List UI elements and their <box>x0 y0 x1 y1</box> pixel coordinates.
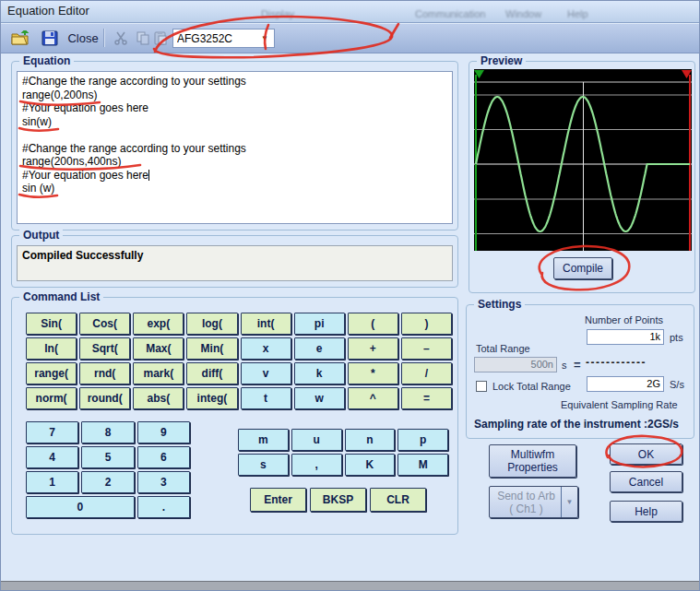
unit-key-m[interactable]: m <box>238 429 289 451</box>
cmd-key-range([interactable]: range( <box>26 362 77 384</box>
cmd-key-sqrt([interactable]: Sqrt( <box>79 337 130 360</box>
unit-key-s[interactable]: s <box>238 454 289 476</box>
cmd-key-x[interactable]: x <box>241 337 291 360</box>
equation-caption: Equation <box>19 54 74 67</box>
keypad-9[interactable]: 9 <box>137 421 190 443</box>
keypad-8[interactable]: 8 <box>81 421 134 443</box>
window-title: Equation Editor <box>7 4 89 18</box>
unit-key-n[interactable]: n <box>345 429 396 451</box>
keypad-5[interactable]: 5 <box>81 446 134 468</box>
send-to-arb-button[interactable]: Send to Arb ( Ch1 ) ▼ <box>489 486 578 518</box>
edit-key-enter[interactable]: Enter <box>250 488 306 512</box>
cmd-key-pi[interactable]: pi <box>294 313 345 335</box>
cmd-key-log([interactable]: log( <box>186 313 237 335</box>
keypad-dot[interactable]: . <box>137 496 190 518</box>
cmd-key-t[interactable]: t <box>241 387 291 409</box>
open-folder-icon <box>11 30 30 46</box>
function-key-grid: Sin(Cos(exp(log(int(pi()ln(Sqrt(Max(Min(… <box>26 313 452 409</box>
save-button[interactable] <box>39 28 61 48</box>
numeric-keypad: 7894561230. <box>26 421 190 518</box>
keypad-7[interactable]: 7 <box>26 421 78 443</box>
cmd-key-+[interactable]: + <box>348 337 398 360</box>
cmd-key-^[interactable]: ^ <box>348 387 398 409</box>
edit-key-bksp[interactable]: BKSP <box>310 488 366 512</box>
unit-key-K[interactable]: K <box>345 454 396 476</box>
cmd-key-diff([interactable]: diff( <box>186 362 237 384</box>
cmd-key-mark([interactable]: mark( <box>133 362 184 384</box>
sampling-rate-field[interactable]: 2G <box>587 376 664 392</box>
unit-key-M[interactable]: M <box>397 454 448 476</box>
cmd-key-round([interactable]: round( <box>79 387 130 409</box>
number-of-points-field[interactable]: 1k <box>587 329 664 345</box>
ok-button-label: OK <box>638 448 654 461</box>
cmd-key-sin([interactable]: Sin( <box>26 313 77 335</box>
sps-unit-label: S/s <box>670 379 684 390</box>
cmd-key-exp([interactable]: exp( <box>133 313 184 335</box>
cmd-key-rnd([interactable]: rnd( <box>79 362 130 384</box>
equation-line: sin(w) <box>22 115 447 129</box>
equation-line: #Your equation goes here <box>22 101 447 115</box>
keypad-1[interactable]: 1 <box>26 471 78 493</box>
scissors-icon <box>113 30 128 45</box>
lock-total-range-checkbox[interactable] <box>476 381 487 392</box>
cancel-button[interactable]: Cancel <box>610 471 682 492</box>
cmd-key-cos([interactable]: Cos( <box>79 313 130 335</box>
keypad-3[interactable]: 3 <box>137 471 190 493</box>
close-button[interactable]: Close <box>65 28 101 48</box>
keypad-0[interactable]: 0 <box>26 496 135 518</box>
instrument-combobox-value[interactable] <box>173 32 258 45</box>
preview-caption: Preview <box>477 54 526 67</box>
multiwfm-properties-button[interactable]: Multiwfm Properties <box>489 444 576 478</box>
cmd-key-)[interactable]: ) <box>401 313 452 335</box>
instrument-combobox[interactable]: ▼ <box>172 29 275 48</box>
combobox-dropdown-icon[interactable]: ▼ <box>258 34 271 42</box>
paste-clipboard-icon <box>153 30 168 45</box>
cmd-key-ln([interactable]: ln( <box>26 337 77 360</box>
total-range-label: Total Range <box>476 343 530 354</box>
background-menu-item: Help <box>567 8 588 19</box>
settings-group: Settings Number of Points 1k pts Total R… <box>466 304 694 439</box>
keypad-2[interactable]: 2 <box>81 471 134 493</box>
unit-key-,[interactable]: , <box>291 454 342 476</box>
cmd-key-[interactable]: – <box>401 337 452 360</box>
command-list-group: Command List Sin(Cos(exp(log(int(pi()ln(… <box>11 297 458 535</box>
text-caret <box>148 170 149 181</box>
unit-key-u[interactable]: u <box>291 429 342 451</box>
dashed-line: ------------ <box>586 356 647 369</box>
cmd-key-([interactable]: ( <box>348 313 398 335</box>
ok-button[interactable]: OK <box>610 443 682 465</box>
equation-line: #Change the range according to your sett… <box>22 142 447 156</box>
number-of-points-label: Number of Points <box>585 314 663 325</box>
unit-key-p[interactable]: p <box>397 429 448 451</box>
keypad-6[interactable]: 6 <box>137 446 190 468</box>
paste-button[interactable] <box>150 28 171 48</box>
edit-key-clr[interactable]: CLR <box>370 488 426 512</box>
equation-line: range(0,200ns) <box>22 89 447 102</box>
pts-unit-label: pts <box>670 332 683 343</box>
help-button[interactable]: Help <box>610 501 682 522</box>
cmd-key-max([interactable]: Max( <box>133 337 184 360</box>
cmd-key-abs([interactable]: abs( <box>133 387 184 409</box>
cmd-key-w[interactable]: w <box>294 387 345 409</box>
equation-line: range(200ns,400ns) <box>22 155 447 169</box>
send-to-arb-dropdown-icon[interactable]: ▼ <box>561 487 577 517</box>
cmd-key-int([interactable]: int( <box>241 313 291 335</box>
equation-editor-textarea[interactable]: #Change the range according to your sett… <box>17 71 453 224</box>
keypad-4[interactable]: 4 <box>26 446 78 468</box>
compile-button[interactable]: Compile <box>553 257 612 279</box>
cmd-key-integ([interactable]: integ( <box>186 387 237 409</box>
cmd-key-min([interactable]: Min( <box>186 337 237 360</box>
lock-total-range-label: Lock Total Range <box>492 381 571 392</box>
cut-button[interactable] <box>111 28 131 48</box>
equation-line <box>22 128 447 142</box>
cmd-key-norm([interactable]: norm( <box>26 387 77 409</box>
cmd-key-*[interactable]: * <box>348 362 398 384</box>
cmd-key-v[interactable]: v <box>241 362 291 384</box>
cmd-key-e[interactable]: e <box>294 337 345 360</box>
output-group: Output Compiled Successfully <box>11 235 458 288</box>
open-button[interactable] <box>9 28 31 48</box>
cmd-key-k[interactable]: k <box>294 362 345 384</box>
compile-button-label: Compile <box>563 262 603 275</box>
cmd-key-=[interactable]: = <box>401 387 452 409</box>
cmd-key-/[interactable]: / <box>401 362 452 384</box>
